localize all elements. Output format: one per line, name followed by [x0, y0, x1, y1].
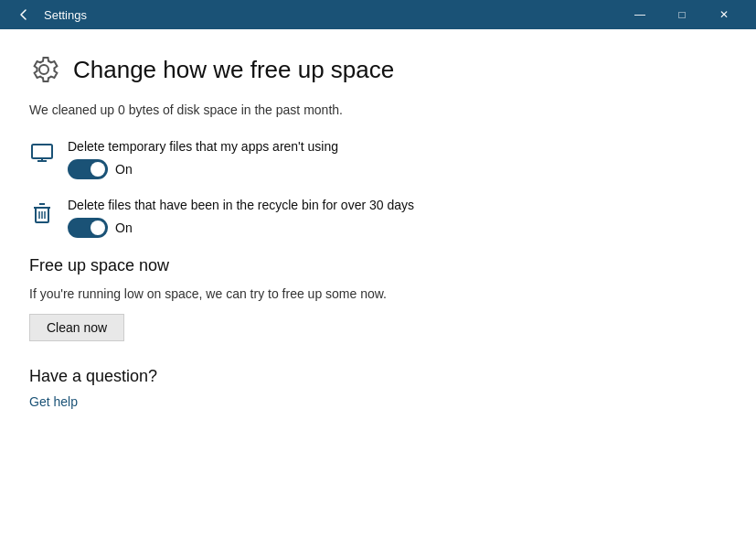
temp-files-toggle-knob [91, 162, 105, 177]
svg-rect-0 [32, 145, 52, 158]
recycle-bin-toggle-row: On [68, 218, 414, 238]
window-controls: — □ ✕ [619, 0, 745, 29]
page-title: Change how we free up space [73, 56, 394, 84]
close-button[interactable]: ✕ [703, 0, 745, 29]
titlebar-title: Settings [37, 8, 619, 22]
temp-files-setting: Delete temporary files that my apps aren… [29, 139, 727, 179]
monitor-icon [29, 141, 55, 167]
help-section-title: Have a question? [29, 367, 727, 386]
temp-files-toggle-label: On [115, 162, 133, 177]
get-help-link[interactable]: Get help [29, 394, 78, 409]
temp-files-toggle[interactable] [68, 159, 108, 179]
free-up-description: If you're running low on space, we can t… [29, 286, 727, 301]
page-header: Change how we free up space [29, 55, 727, 84]
back-button[interactable] [11, 2, 37, 27]
main-content: Change how we free up space We cleaned u… [0, 29, 756, 538]
minimize-button[interactable]: — [619, 0, 661, 29]
titlebar: Settings — □ ✕ [0, 0, 756, 29]
recycle-bin-toggle-label: On [115, 221, 133, 235]
disk-space-subtitle: We cleaned up 0 bytes of disk space in t… [29, 102, 727, 117]
free-up-section-title: Free up space now [29, 256, 727, 275]
recycle-bin-content: Delete files that have been in the recyc… [68, 198, 414, 238]
temp-files-toggle-row: On [68, 159, 338, 179]
recycle-bin-label: Delete files that have been in the recyc… [68, 198, 414, 212]
maximize-button[interactable]: □ [661, 0, 703, 29]
recycle-bin-toggle[interactable] [68, 218, 108, 238]
trash-icon [29, 199, 55, 225]
clean-now-button[interactable]: Clean now [29, 314, 124, 341]
recycle-bin-toggle-knob [91, 221, 105, 235]
recycle-bin-setting: Delete files that have been in the recyc… [29, 198, 727, 238]
temp-files-label: Delete temporary files that my apps aren… [68, 139, 338, 154]
gear-icon [29, 55, 59, 84]
temp-files-content: Delete temporary files that my apps aren… [68, 139, 338, 179]
